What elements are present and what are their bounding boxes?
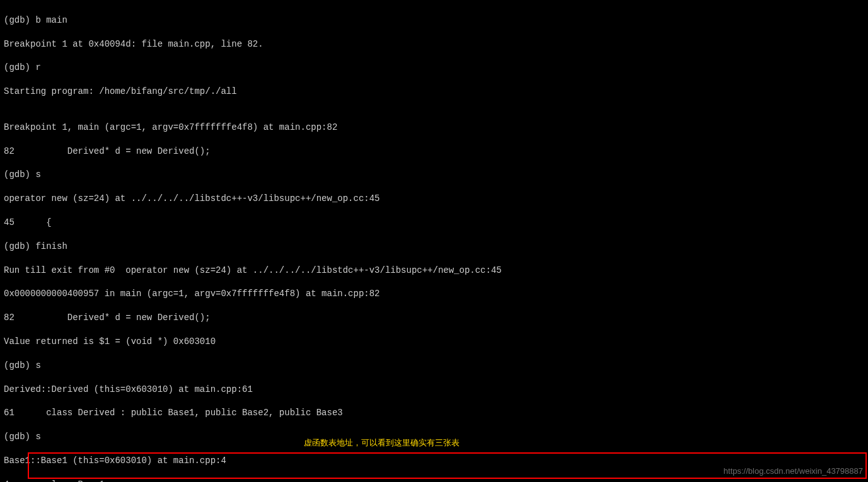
terminal-line: (gdb) s <box>4 360 864 372</box>
terminal-line: (gdb) finish <box>4 241 864 253</box>
terminal-line: Breakpoint 1, main (argc=1, argv=0x7ffff… <box>4 122 864 134</box>
terminal-line: (gdb) b main <box>4 14 864 26</box>
terminal-line: (gdb) r <box>4 62 864 74</box>
annotation-label: 虚函数表地址，可以看到这里确实有三张表 <box>304 437 460 449</box>
terminal-line: 4 class Base1 <box>4 479 864 482</box>
terminal-line: 82 Derived* d = new Derived(); <box>4 312 864 324</box>
terminal-line: 82 Derived* d = new Derived(); <box>4 146 864 158</box>
watermark-text: https://blog.csdn.net/weixin_43798887 <box>724 466 863 477</box>
terminal-line: 45 { <box>4 217 864 229</box>
terminal-line: 0x0000000000400957 in main (argc=1, argv… <box>4 288 864 300</box>
terminal-line: Run till exit from #0 operator new (sz=2… <box>4 265 864 277</box>
terminal-line: (gdb) s <box>4 169 864 181</box>
terminal-line: Base1::Base1 (this=0x603010) at main.cpp… <box>4 455 864 467</box>
terminal-line: Derived::Derived (this=0x603010) at main… <box>4 384 864 396</box>
terminal-line: Value returned is $1 = (void *) 0x603010 <box>4 336 864 348</box>
terminal-output: (gdb) b main Breakpoint 1 at 0x40094d: f… <box>0 0 868 482</box>
terminal-line: 61 class Derived : public Base1, public … <box>4 407 864 419</box>
terminal-line: operator new (sz=24) at ../../../../libs… <box>4 193 864 205</box>
terminal-line: Starting program: /home/bifang/src/tmp/.… <box>4 86 864 98</box>
terminal-line: Breakpoint 1 at 0x40094d: file main.cpp,… <box>4 38 864 50</box>
